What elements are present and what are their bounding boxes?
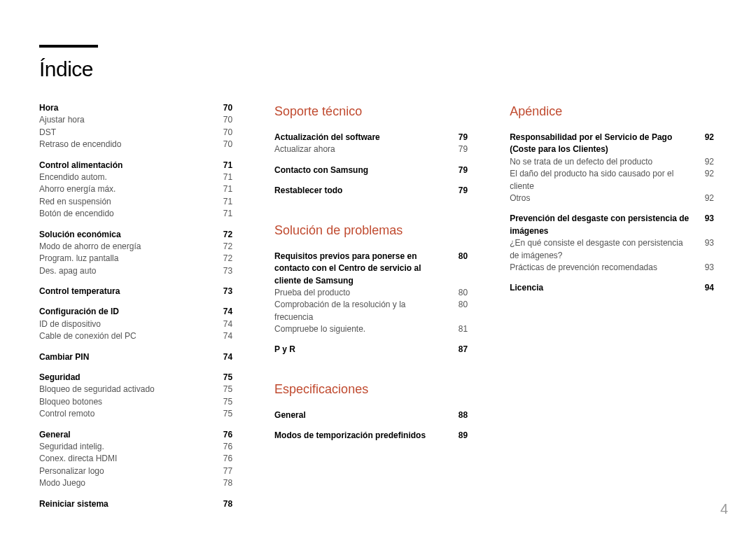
- toc-group: Actualización del software79Actualizar a…: [274, 132, 468, 156]
- toc-group: Solución económica72Modo de ahorro de en…: [39, 229, 232, 278]
- toc-page: 71: [220, 196, 232, 208]
- toc-row[interactable]: Actualización del software79: [274, 132, 468, 143]
- toc-row[interactable]: Control alimentación71: [39, 160, 232, 171]
- toc-label: El daño del producto ha sido causado por…: [510, 168, 693, 192]
- toc-label: Prácticas de prevención recomendadas: [510, 262, 693, 274]
- toc-label: Retraso de encendido: [39, 139, 211, 150]
- toc-row[interactable]: Responsabilidad por el Servicio de Pago …: [510, 132, 714, 156]
- toc-row[interactable]: Configuración de ID74: [39, 306, 232, 318]
- toc-row[interactable]: Seguridad intelig.76: [39, 441, 232, 453]
- toc-page: 74: [220, 318, 232, 330]
- toc-label: ¿En qué consiste el desgaste con persist…: [510, 237, 693, 262]
- toc-label: General: [274, 409, 447, 421]
- toc-row[interactable]: Cable de conexión del PC74: [39, 330, 232, 342]
- toc-page: 93: [701, 262, 714, 274]
- toc-page: 75: [220, 408, 232, 420]
- toc-label: Cable de conexión del PC: [39, 330, 211, 342]
- title-rule: [39, 45, 98, 48]
- toc-row[interactable]: Ahorro energía máx.71: [39, 183, 232, 195]
- toc-row[interactable]: Modo Juego78: [39, 477, 232, 489]
- toc-page: 71: [220, 171, 232, 183]
- toc-label: No se trata de un defecto del producto: [510, 156, 693, 168]
- toc-page: 72: [220, 253, 232, 265]
- toc-row[interactable]: Licencia94: [510, 282, 714, 294]
- toc-page: 88: [455, 409, 468, 421]
- toc-row[interactable]: Seguridad75: [39, 372, 232, 384]
- toc-row[interactable]: Prueba del producto80: [274, 287, 468, 299]
- toc-group: P y R87: [274, 344, 468, 356]
- toc-row[interactable]: Program. luz pantalla72: [39, 253, 232, 265]
- toc-group: Contacto con Samsung79: [274, 164, 468, 176]
- toc-row[interactable]: Cambiar PIN74: [39, 351, 232, 363]
- toc-page: 78: [220, 477, 232, 489]
- toc-label: Reiniciar sistema: [39, 498, 211, 510]
- toc-page: 70: [220, 102, 232, 114]
- toc-row[interactable]: Personalizar logo77: [39, 465, 232, 477]
- toc-group: Cambiar PIN74: [39, 351, 232, 363]
- toc-label: Configuración de ID: [39, 306, 211, 318]
- toc-row[interactable]: Hora70: [39, 102, 232, 114]
- toc-row[interactable]: Modo de ahorro de energía72: [39, 241, 232, 253]
- toc-row[interactable]: Encendido autom.71: [39, 171, 232, 183]
- toc-label: Restablecer todo: [274, 185, 447, 197]
- toc-label: Seguridad: [39, 372, 211, 384]
- toc-label: Modo de ahorro de energía: [39, 241, 211, 253]
- toc-page: 76: [220, 453, 232, 465]
- toc-row[interactable]: Control remoto75: [39, 408, 232, 420]
- toc-row[interactable]: No se trata de un defecto del producto92: [510, 156, 714, 168]
- toc-page: 71: [220, 183, 232, 195]
- toc-label: Actualizar ahora: [274, 143, 447, 155]
- toc-group: Control temperatura73: [39, 286, 232, 297]
- toc-row[interactable]: P y R87: [274, 344, 468, 356]
- toc-row[interactable]: Requisitos previos para ponerse en conta…: [274, 251, 468, 287]
- toc-group: Control alimentación71Encendido autom.71…: [39, 160, 232, 220]
- toc-group: Configuración de ID74ID de dispositivo74…: [39, 306, 232, 342]
- toc-page: 79: [455, 132, 468, 143]
- toc-row[interactable]: Actualizar ahora79: [274, 143, 468, 155]
- toc-label: Personalizar logo: [39, 465, 211, 477]
- toc-row[interactable]: General88: [274, 409, 468, 421]
- toc-page: 80: [455, 299, 468, 323]
- toc-row[interactable]: Red en suspensión71: [39, 196, 232, 208]
- toc-row[interactable]: Des. apag auto73: [39, 265, 232, 277]
- toc-label: Botón de encendido: [39, 208, 211, 220]
- toc-row[interactable]: Retraso de encendido70: [39, 139, 232, 150]
- toc-row[interactable]: Reiniciar sistema78: [39, 498, 232, 510]
- toc-row[interactable]: Compruebe lo siguiente.81: [274, 323, 468, 335]
- toc-row[interactable]: Comprobación de la resolución y la frecu…: [274, 299, 468, 323]
- toc-page: 80: [455, 287, 468, 299]
- page-title: Índice: [39, 57, 714, 81]
- toc-row[interactable]: Ajustar hora70: [39, 114, 232, 126]
- column-2: Soporte técnicoActualización del softwar…: [274, 102, 468, 510]
- toc-page: 74: [220, 306, 232, 318]
- toc-row[interactable]: Bloqueo de seguridad activado75: [39, 384, 232, 395]
- toc-group: Modos de temporización predefinidos89: [274, 430, 468, 442]
- toc-row[interactable]: ID de dispositivo74: [39, 318, 232, 330]
- toc-label: P y R: [274, 344, 447, 356]
- toc-page: 71: [220, 208, 232, 220]
- toc-row[interactable]: Prácticas de prevención recomendadas93: [510, 262, 714, 274]
- toc-group: Prevención del desgaste con persistencia…: [510, 213, 714, 274]
- toc-row[interactable]: Modos de temporización predefinidos89: [274, 430, 468, 442]
- toc-row[interactable]: ¿En qué consiste el desgaste con persist…: [510, 237, 714, 262]
- toc-row[interactable]: Solución económica72: [39, 229, 232, 241]
- toc-row[interactable]: Restablecer todo79: [274, 185, 468, 197]
- toc-row[interactable]: Otros92: [510, 192, 714, 204]
- toc-page: 76: [220, 429, 232, 441]
- toc-row[interactable]: El daño del producto ha sido causado por…: [510, 168, 714, 192]
- toc-row[interactable]: DST70: [39, 127, 232, 139]
- toc-row[interactable]: Botón de encendido71: [39, 208, 232, 220]
- toc-row[interactable]: General76: [39, 429, 232, 441]
- toc-row[interactable]: Bloqueo botones75: [39, 396, 232, 408]
- toc-page: 89: [455, 430, 468, 442]
- toc-group: General76Seguridad intelig.76Conex. dire…: [39, 429, 232, 490]
- toc-label: Encendido autom.: [39, 171, 211, 183]
- toc-page: 71: [220, 160, 232, 171]
- toc-label: Control remoto: [39, 408, 211, 420]
- toc-page: 75: [220, 384, 232, 395]
- toc-row[interactable]: Contacto con Samsung79: [274, 164, 468, 176]
- toc-page: 73: [220, 286, 232, 297]
- toc-row[interactable]: Conex. directa HDMI76: [39, 453, 232, 465]
- toc-row[interactable]: Prevención del desgaste con persistencia…: [510, 213, 714, 237]
- toc-row[interactable]: Control temperatura73: [39, 286, 232, 297]
